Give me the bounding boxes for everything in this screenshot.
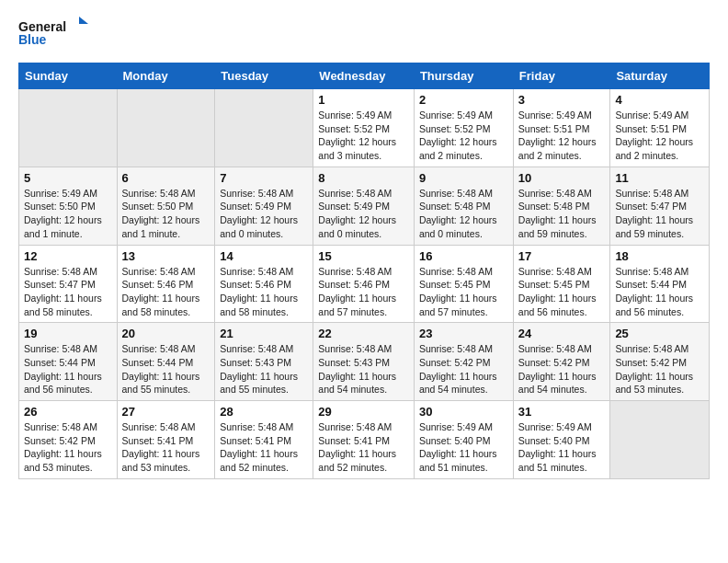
day-number: 23 [419, 327, 508, 340]
svg-marker-1 [79, 17, 88, 24]
calendar-cell: 7Sunrise: 5:48 AM Sunset: 5:49 PM Daylig… [215, 167, 313, 245]
weekday-header-monday: Monday [117, 63, 215, 89]
calendar-cell: 4Sunrise: 5:49 AM Sunset: 5:51 PM Daylig… [610, 89, 710, 167]
weekday-header-sunday: Sunday [19, 63, 118, 89]
day-info: Sunrise: 5:48 AM Sunset: 5:49 PM Dayligh… [220, 187, 308, 241]
day-number: 22 [318, 327, 409, 340]
calendar-cell: 16Sunrise: 5:48 AM Sunset: 5:45 PM Dayli… [414, 245, 513, 323]
calendar-cell: 19Sunrise: 5:48 AM Sunset: 5:44 PM Dayli… [19, 323, 118, 401]
calendar-cell: 2Sunrise: 5:49 AM Sunset: 5:52 PM Daylig… [414, 89, 513, 167]
day-number: 10 [518, 171, 606, 185]
calendar-cell: 28Sunrise: 5:48 AM Sunset: 5:41 PM Dayli… [215, 401, 313, 479]
calendar-cell: 5Sunrise: 5:49 AM Sunset: 5:50 PM Daylig… [19, 167, 118, 245]
calendar-cell: 13Sunrise: 5:48 AM Sunset: 5:46 PM Dayli… [117, 245, 215, 323]
day-info: Sunrise: 5:49 AM Sunset: 5:40 PM Dayligh… [518, 420, 606, 475]
calendar-week-1: 1Sunrise: 5:49 AM Sunset: 5:52 PM Daylig… [19, 89, 710, 167]
day-info: Sunrise: 5:49 AM Sunset: 5:52 PM Dayligh… [419, 109, 508, 163]
calendar-cell: 1Sunrise: 5:49 AM Sunset: 5:52 PM Daylig… [313, 89, 415, 167]
calendar-week-2: 5Sunrise: 5:49 AM Sunset: 5:50 PM Daylig… [19, 167, 710, 245]
day-number: 8 [318, 171, 409, 185]
calendar-cell: 26Sunrise: 5:48 AM Sunset: 5:42 PM Dayli… [19, 401, 118, 479]
page-header: GeneralBlue [18, 15, 710, 52]
day-info: Sunrise: 5:49 AM Sunset: 5:52 PM Dayligh… [318, 109, 409, 163]
calendar-cell: 8Sunrise: 5:48 AM Sunset: 5:49 PM Daylig… [313, 167, 415, 245]
day-info: Sunrise: 5:48 AM Sunset: 5:47 PM Dayligh… [615, 187, 704, 241]
day-number: 3 [518, 93, 606, 107]
day-info: Sunrise: 5:48 AM Sunset: 5:44 PM Dayligh… [24, 342, 112, 396]
day-number: 2 [419, 93, 508, 107]
day-number: 24 [518, 327, 606, 340]
calendar-cell: 22Sunrise: 5:48 AM Sunset: 5:43 PM Dayli… [313, 323, 415, 401]
day-number: 5 [24, 171, 112, 185]
day-info: Sunrise: 5:49 AM Sunset: 5:51 PM Dayligh… [615, 109, 704, 163]
calendar-cell: 18Sunrise: 5:48 AM Sunset: 5:44 PM Dayli… [610, 245, 710, 323]
calendar-week-4: 19Sunrise: 5:48 AM Sunset: 5:44 PM Dayli… [19, 323, 710, 401]
calendar-cell: 3Sunrise: 5:49 AM Sunset: 5:51 PM Daylig… [513, 89, 610, 167]
calendar-cell: 29Sunrise: 5:48 AM Sunset: 5:41 PM Dayli… [313, 401, 415, 479]
day-info: Sunrise: 5:48 AM Sunset: 5:44 PM Dayligh… [615, 265, 704, 319]
day-number: 29 [318, 405, 409, 419]
weekday-header-friday: Friday [513, 63, 610, 89]
calendar-cell: 20Sunrise: 5:48 AM Sunset: 5:44 PM Dayli… [117, 323, 215, 401]
svg-text:Blue: Blue [18, 32, 47, 47]
day-info: Sunrise: 5:48 AM Sunset: 5:47 PM Dayligh… [24, 265, 112, 319]
calendar-cell: 25Sunrise: 5:48 AM Sunset: 5:42 PM Dayli… [610, 323, 710, 401]
day-info: Sunrise: 5:48 AM Sunset: 5:45 PM Dayligh… [419, 265, 508, 319]
day-info: Sunrise: 5:49 AM Sunset: 5:50 PM Dayligh… [24, 187, 112, 241]
weekday-header-row: SundayMondayTuesdayWednesdayThursdayFrid… [19, 63, 710, 89]
day-info: Sunrise: 5:48 AM Sunset: 5:46 PM Dayligh… [220, 265, 308, 319]
day-number: 26 [24, 405, 112, 419]
calendar-cell: 24Sunrise: 5:48 AM Sunset: 5:42 PM Dayli… [513, 323, 610, 401]
day-number: 28 [220, 405, 308, 419]
calendar-cell: 27Sunrise: 5:48 AM Sunset: 5:41 PM Dayli… [117, 401, 215, 479]
day-info: Sunrise: 5:49 AM Sunset: 5:51 PM Dayligh… [518, 109, 606, 163]
calendar-cell: 23Sunrise: 5:48 AM Sunset: 5:42 PM Dayli… [414, 323, 513, 401]
calendar-cell: 14Sunrise: 5:48 AM Sunset: 5:46 PM Dayli… [215, 245, 313, 323]
calendar-cell: 9Sunrise: 5:48 AM Sunset: 5:48 PM Daylig… [414, 167, 513, 245]
day-info: Sunrise: 5:48 AM Sunset: 5:44 PM Dayligh… [122, 342, 210, 396]
day-info: Sunrise: 5:48 AM Sunset: 5:41 PM Dayligh… [318, 420, 409, 475]
calendar-cell [117, 89, 215, 167]
day-number: 15 [318, 249, 409, 263]
calendar-week-5: 26Sunrise: 5:48 AM Sunset: 5:42 PM Dayli… [19, 401, 710, 479]
day-info: Sunrise: 5:48 AM Sunset: 5:43 PM Dayligh… [318, 342, 409, 396]
calendar-cell: 17Sunrise: 5:48 AM Sunset: 5:45 PM Dayli… [513, 245, 610, 323]
day-info: Sunrise: 5:48 AM Sunset: 5:43 PM Dayligh… [220, 342, 308, 396]
day-info: Sunrise: 5:48 AM Sunset: 5:41 PM Dayligh… [220, 420, 308, 475]
logo: GeneralBlue [18, 15, 92, 52]
day-info: Sunrise: 5:48 AM Sunset: 5:46 PM Dayligh… [122, 265, 210, 319]
day-number: 13 [122, 249, 210, 263]
day-number: 17 [518, 249, 606, 263]
day-info: Sunrise: 5:48 AM Sunset: 5:48 PM Dayligh… [419, 187, 508, 241]
weekday-header-wednesday: Wednesday [313, 63, 415, 89]
day-number: 25 [615, 327, 704, 340]
day-number: 18 [615, 249, 704, 263]
calendar-cell: 31Sunrise: 5:49 AM Sunset: 5:40 PM Dayli… [513, 401, 610, 479]
day-number: 1 [318, 93, 409, 107]
day-number: 9 [419, 171, 508, 185]
calendar-table: SundayMondayTuesdayWednesdayThursdayFrid… [18, 63, 710, 479]
day-number: 30 [419, 405, 508, 419]
day-number: 11 [615, 171, 704, 185]
calendar-week-3: 12Sunrise: 5:48 AM Sunset: 5:47 PM Dayli… [19, 245, 710, 323]
calendar-cell: 15Sunrise: 5:48 AM Sunset: 5:46 PM Dayli… [313, 245, 415, 323]
weekday-header-tuesday: Tuesday [215, 63, 313, 89]
day-info: Sunrise: 5:48 AM Sunset: 5:50 PM Dayligh… [122, 187, 210, 241]
day-number: 6 [122, 171, 210, 185]
day-info: Sunrise: 5:48 AM Sunset: 5:42 PM Dayligh… [518, 342, 606, 396]
day-info: Sunrise: 5:48 AM Sunset: 5:42 PM Dayligh… [24, 420, 112, 475]
day-number: 21 [220, 327, 308, 340]
day-info: Sunrise: 5:48 AM Sunset: 5:41 PM Dayligh… [122, 420, 210, 475]
day-info: Sunrise: 5:48 AM Sunset: 5:49 PM Dayligh… [318, 187, 409, 241]
day-number: 16 [419, 249, 508, 263]
weekday-header-thursday: Thursday [414, 63, 513, 89]
calendar-cell: 21Sunrise: 5:48 AM Sunset: 5:43 PM Dayli… [215, 323, 313, 401]
day-info: Sunrise: 5:48 AM Sunset: 5:45 PM Dayligh… [518, 265, 606, 319]
day-number: 20 [122, 327, 210, 340]
calendar-cell: 12Sunrise: 5:48 AM Sunset: 5:47 PM Dayli… [19, 245, 118, 323]
calendar-cell [215, 89, 313, 167]
day-info: Sunrise: 5:48 AM Sunset: 5:42 PM Dayligh… [419, 342, 508, 396]
day-number: 31 [518, 405, 606, 419]
day-info: Sunrise: 5:48 AM Sunset: 5:42 PM Dayligh… [615, 342, 704, 396]
day-number: 4 [615, 93, 704, 107]
